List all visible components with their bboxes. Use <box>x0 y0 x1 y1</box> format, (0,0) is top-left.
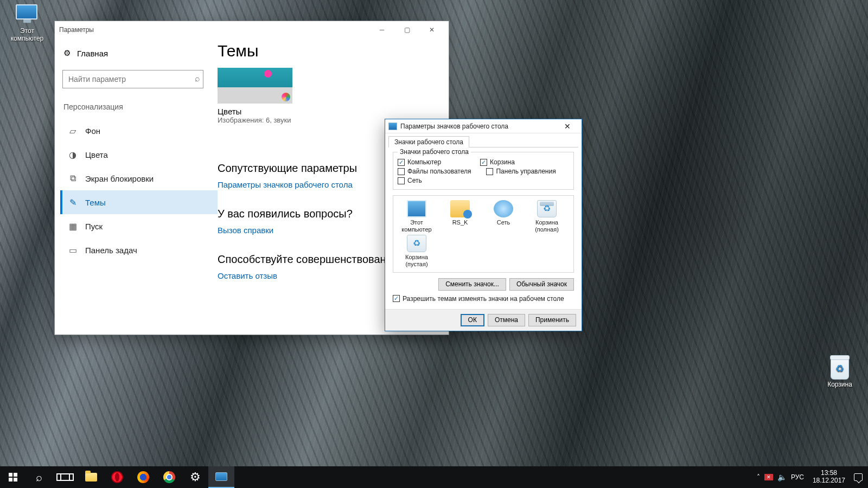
task-view-icon <box>60 473 70 481</box>
close-button[interactable]: ✕ <box>419 21 444 38</box>
brush-icon: ✎ <box>68 197 78 207</box>
nav-background[interactable]: ▱ Фон <box>60 119 218 143</box>
input-language[interactable]: РУС <box>791 473 804 481</box>
taskbar-icon: ▭ <box>68 245 78 255</box>
system-tray: РУС 13:58 18.12.2017 <box>751 470 868 485</box>
icon-label: Корзина (полная) <box>528 219 566 233</box>
theme-name: Цветы <box>218 107 292 116</box>
taskbar-clock[interactable]: 13:58 18.12.2017 <box>808 470 850 485</box>
lockscreen-icon: ⧉ <box>68 174 78 183</box>
checkbox-allow-themes[interactable]: ✓Разрешить темам изменять значки на рабо… <box>393 295 574 303</box>
taskbar: РУС 13:58 18.12.2017 <box>0 466 868 488</box>
checkbox-label: Корзина <box>490 158 515 166</box>
nav-label: Пуск <box>85 222 103 231</box>
icon-label: Корзина (пустая) <box>398 254 436 267</box>
settings-titlebar[interactable]: Параметры ─ ▢ ✕ <box>55 21 449 38</box>
theme-card[interactable]: Цветы Изображения: 6, звуки <box>218 68 292 124</box>
icon-cell-bin-empty[interactable]: Корзина (пустая) <box>398 235 436 267</box>
settings-sidebar: ⚙ Главная ⌕ Персонализация ▱ Фон ◑ Цвета… <box>55 38 218 335</box>
theme-thumbnail <box>218 68 292 104</box>
search-input[interactable] <box>62 70 203 88</box>
nav-label: Темы <box>85 198 106 207</box>
icon-cell-this-pc[interactable]: Этот компьютер <box>398 200 436 233</box>
search-icon <box>36 471 42 484</box>
page-heading: Темы <box>218 42 443 60</box>
icon-label: Этот компьютер <box>398 219 436 233</box>
taskbar-app-chrome[interactable] <box>156 466 182 488</box>
dialog-close-button[interactable]: ✕ <box>557 119 578 133</box>
cancel-button[interactable]: Отмена <box>488 314 525 326</box>
nav-themes[interactable]: ✎ Темы <box>60 190 218 214</box>
nav-label: Цвета <box>85 150 108 159</box>
palette-icon: ◑ <box>68 150 78 159</box>
nav-label: Фон <box>85 126 100 136</box>
taskbar-app-personalization[interactable] <box>208 466 234 488</box>
dialog-tab-desktop-icons[interactable]: Значки рабочего стола <box>388 136 469 147</box>
dialog-titlebar[interactable]: Параметры значков рабочего стола ✕ <box>385 119 582 133</box>
checkbox-network[interactable]: Сеть <box>398 177 422 184</box>
desktop-icon-this-pc[interactable]: Этот компьютер <box>5 4 49 42</box>
computer-icon <box>16 4 37 20</box>
maximize-button[interactable]: ▢ <box>394 21 419 38</box>
checkbox-label: Компьютер <box>407 158 441 166</box>
group-desktop-icons: Значки рабочего стола ✓Компьютер ✓Корзин… <box>393 152 574 190</box>
icon-label: Сеть <box>484 219 522 226</box>
action-center-button[interactable] <box>854 473 863 481</box>
nav-lockscreen[interactable]: ⧉ Экран блокировки <box>60 166 218 190</box>
taskbar-search[interactable] <box>26 466 52 488</box>
icon-cell-network[interactable]: Сеть <box>484 200 522 233</box>
recycle-bin-empty-icon <box>407 235 426 252</box>
gear-icon: ⚙ <box>63 48 71 58</box>
theme-subtitle: Изображения: 6, звуки <box>218 116 292 124</box>
recycle-bin-full-icon <box>537 200 557 217</box>
firefox-icon <box>137 471 149 483</box>
taskbar-app-opera[interactable] <box>104 466 130 488</box>
taskbar-app-settings[interactable] <box>182 466 208 488</box>
checkbox-label: Панель управления <box>496 168 556 175</box>
windows-icon <box>9 473 17 481</box>
gear-icon <box>190 470 201 484</box>
nav-start[interactable]: ▦ Пуск <box>60 214 218 238</box>
group-title: Значки рабочего стола <box>398 148 471 156</box>
minimize-button[interactable]: ─ <box>369 21 394 38</box>
desktop-icon-recycle-bin[interactable]: Корзина <box>818 358 861 388</box>
start-button[interactable] <box>0 466 26 488</box>
icon-cell-bin-full[interactable]: Корзина (полная) <box>528 200 566 233</box>
apply-button[interactable]: Применить <box>528 314 576 326</box>
user-folder-icon <box>450 200 470 217</box>
computer-icon <box>407 200 426 217</box>
nav-taskbar[interactable]: ▭ Панель задач <box>60 238 218 262</box>
nav-label: Главная <box>77 49 108 58</box>
icon-label: RS_K <box>441 219 479 226</box>
default-icon-button[interactable]: Обычный значок <box>509 278 574 291</box>
clock-date: 18.12.2017 <box>813 477 845 485</box>
security-alert-icon[interactable] <box>764 474 773 480</box>
network-icon <box>494 200 513 217</box>
checkbox-computer[interactable]: ✓Компьютер <box>398 158 441 166</box>
icon-cell-user[interactable]: RS_K <box>441 200 479 233</box>
volume-icon[interactable] <box>777 473 787 481</box>
checkbox-recycle-bin[interactable]: ✓Корзина <box>480 158 515 166</box>
tray-overflow-button[interactable] <box>757 473 760 481</box>
checkbox-label: Разрешить темам изменять значки на рабоч… <box>403 295 564 303</box>
opera-icon <box>111 471 123 483</box>
chrome-icon <box>163 471 175 483</box>
task-view-button[interactable] <box>52 466 78 488</box>
taskbar-app-firefox[interactable] <box>130 466 156 488</box>
change-icon-button[interactable]: Сменить значок... <box>438 278 506 291</box>
nav-label: Экран блокировки <box>85 174 154 183</box>
folder-icon <box>85 473 97 481</box>
taskbar-app-explorer[interactable] <box>78 466 104 488</box>
picture-icon: ▱ <box>68 126 78 136</box>
checkbox-label: Сеть <box>407 177 422 184</box>
monitor-icon <box>215 472 227 481</box>
checkbox-control-panel[interactable]: Панель управления <box>486 168 556 175</box>
nav-colors[interactable]: ◑ Цвета <box>60 143 218 166</box>
recycle-bin-icon <box>831 358 849 380</box>
dialog-icon <box>388 123 397 130</box>
nav-home[interactable]: ⚙ Главная <box>60 44 218 62</box>
desktop-icon-settings-dialog: Параметры значков рабочего стола ✕ Значк… <box>385 119 582 331</box>
checkbox-user-files[interactable]: Файлы пользователя <box>398 168 471 175</box>
ok-button[interactable]: ОК <box>461 314 484 326</box>
sidebar-category: Персонализация <box>60 99 218 119</box>
